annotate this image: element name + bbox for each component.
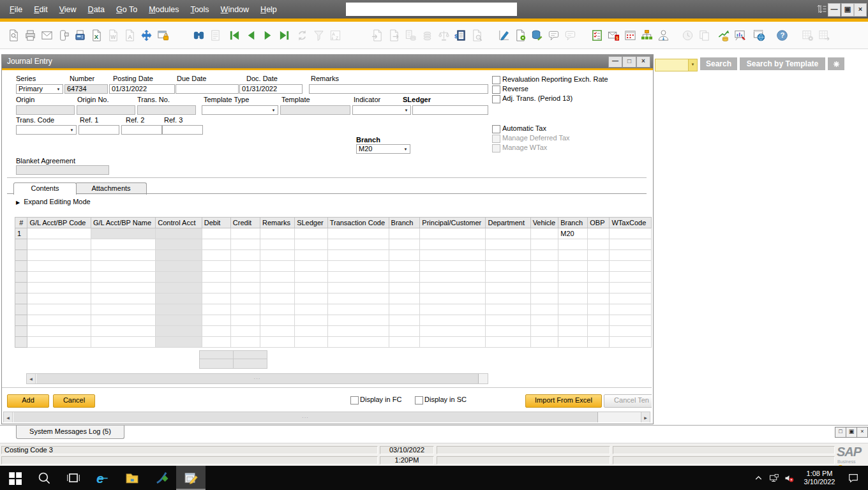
expand-editing-mode[interactable]: ▶Expand Editing Mode bbox=[16, 198, 91, 205]
grid-cell[interactable] bbox=[530, 293, 558, 304]
grid-cell[interactable] bbox=[588, 239, 610, 250]
edit-chart-icon[interactable] bbox=[497, 28, 511, 42]
grid-cell[interactable] bbox=[588, 293, 610, 304]
grid-cell[interactable] bbox=[610, 337, 652, 348]
revaluation-checkbox[interactable] bbox=[492, 76, 500, 84]
first-record-icon[interactable] bbox=[227, 28, 241, 42]
grid-cell[interactable] bbox=[260, 293, 294, 304]
fax-icon[interactable] bbox=[73, 28, 87, 42]
grid-cell[interactable] bbox=[202, 326, 230, 337]
grid-cell[interactable] bbox=[610, 239, 652, 250]
window-close-button[interactable]: × bbox=[636, 56, 650, 68]
grid-cell[interactable] bbox=[588, 337, 610, 348]
grid-cell[interactable] bbox=[588, 228, 610, 239]
grid-cell[interactable] bbox=[295, 293, 328, 304]
grid-cell[interactable] bbox=[420, 250, 486, 261]
grid-cell[interactable] bbox=[91, 239, 155, 250]
menu-item-data[interactable]: Data bbox=[88, 5, 105, 14]
grid-cell[interactable] bbox=[156, 293, 202, 304]
grid-cell[interactable] bbox=[295, 250, 328, 261]
grid-cell[interactable] bbox=[610, 304, 652, 315]
search-button[interactable]: Search bbox=[700, 57, 737, 70]
grid-cell[interactable] bbox=[260, 272, 294, 283]
grid-cell[interactable] bbox=[91, 326, 155, 337]
grid-cell[interactable] bbox=[420, 272, 486, 283]
grid-cell[interactable] bbox=[230, 250, 260, 261]
grid-cell[interactable] bbox=[156, 261, 202, 272]
grid-cell[interactable] bbox=[420, 261, 486, 272]
grid-cell[interactable] bbox=[558, 304, 588, 315]
tray-network-icon[interactable] bbox=[766, 466, 781, 490]
grid-cell[interactable] bbox=[260, 239, 294, 250]
grid-cell[interactable] bbox=[389, 261, 420, 272]
window-h-scrollbar[interactable]: ◀ ··· ▶ bbox=[3, 412, 650, 422]
mdi-close-button[interactable]: × bbox=[857, 427, 868, 438]
grid-cell[interactable] bbox=[27, 304, 91, 315]
grid-cell[interactable] bbox=[295, 239, 328, 250]
scroll-left-arrow[interactable]: ◀ bbox=[4, 412, 13, 422]
dropdown-arrow-icon[interactable]: ▼ bbox=[403, 107, 410, 114]
grid-cell[interactable] bbox=[202, 337, 230, 348]
grid-cell[interactable] bbox=[420, 228, 486, 239]
grid-cell[interactable] bbox=[15, 250, 27, 261]
mdi-restore-button[interactable]: □ bbox=[835, 427, 846, 438]
template-type-select[interactable]: ▼ bbox=[202, 105, 278, 115]
grid-cell[interactable] bbox=[156, 304, 202, 315]
grid-cell[interactable] bbox=[295, 261, 328, 272]
grid-cell[interactable] bbox=[389, 283, 420, 293]
grid-cell[interactable] bbox=[27, 250, 91, 261]
grid-cell[interactable] bbox=[15, 315, 27, 326]
grid-cell[interactable] bbox=[230, 326, 260, 337]
grid-cell[interactable] bbox=[15, 304, 27, 315]
dock-icon[interactable] bbox=[816, 4, 827, 17]
ref2-field[interactable] bbox=[121, 125, 162, 135]
grid-cell[interactable] bbox=[558, 326, 588, 337]
grid-cell[interactable] bbox=[27, 293, 91, 304]
grid-cell[interactable] bbox=[156, 283, 202, 293]
grid-cell[interactable] bbox=[202, 261, 230, 272]
taskbar-clock[interactable]: 1:08 PM 3/10/2022 bbox=[797, 470, 842, 486]
remarks-icon[interactable] bbox=[546, 28, 560, 42]
grid-cell[interactable] bbox=[156, 228, 202, 239]
grid-cell[interactable] bbox=[610, 228, 652, 239]
grid-cell[interactable] bbox=[558, 272, 588, 283]
grid-cell[interactable] bbox=[295, 228, 328, 239]
grid-cell[interactable] bbox=[530, 304, 558, 315]
file-explorer-icon[interactable] bbox=[117, 466, 147, 490]
grid-cell[interactable] bbox=[420, 239, 486, 250]
grid-cell[interactable] bbox=[530, 239, 558, 250]
lock-screen-icon[interactable] bbox=[156, 28, 170, 42]
grid-cell[interactable] bbox=[530, 315, 558, 326]
grid-cell[interactable] bbox=[230, 239, 260, 250]
grid-cell[interactable] bbox=[530, 228, 558, 239]
grid-cell[interactable] bbox=[91, 304, 155, 315]
import-from-excel-button[interactable]: Import From Excel bbox=[525, 394, 602, 408]
grid-cell[interactable] bbox=[156, 326, 202, 337]
grid-cell[interactable] bbox=[230, 304, 260, 315]
grid-cell[interactable] bbox=[530, 250, 558, 261]
grid-cell[interactable] bbox=[15, 337, 27, 348]
scrollbar-track[interactable] bbox=[598, 412, 641, 422]
last-record-icon[interactable] bbox=[277, 28, 291, 42]
trans-code-select[interactable]: ▼ bbox=[16, 125, 77, 135]
reverse-checkbox[interactable] bbox=[492, 85, 500, 94]
scrollbar-thumb[interactable]: ··· bbox=[13, 412, 598, 422]
grid-cell[interactable] bbox=[230, 337, 260, 348]
grid-cell[interactable] bbox=[327, 228, 389, 239]
grid-cell[interactable] bbox=[27, 315, 91, 326]
grid-cell[interactable] bbox=[15, 326, 27, 337]
grid-cell[interactable] bbox=[486, 261, 530, 272]
grid-cell[interactable] bbox=[202, 293, 230, 304]
grid-cell[interactable] bbox=[202, 250, 230, 261]
grid-cell[interactable] bbox=[530, 283, 558, 293]
menu-item-file[interactable]: File bbox=[10, 5, 22, 14]
grid-cell[interactable] bbox=[91, 293, 155, 304]
window-minimize-button[interactable]: — bbox=[608, 56, 622, 68]
grid-cell[interactable] bbox=[295, 337, 328, 348]
grid-cell[interactable] bbox=[230, 228, 260, 239]
grid-h-scrollbar[interactable]: ◀ ··· bbox=[26, 373, 488, 384]
sledger-field[interactable] bbox=[412, 105, 488, 115]
grid-cell[interactable] bbox=[156, 250, 202, 261]
next-record-icon[interactable] bbox=[260, 28, 274, 42]
grid-cell[interactable] bbox=[610, 283, 652, 293]
